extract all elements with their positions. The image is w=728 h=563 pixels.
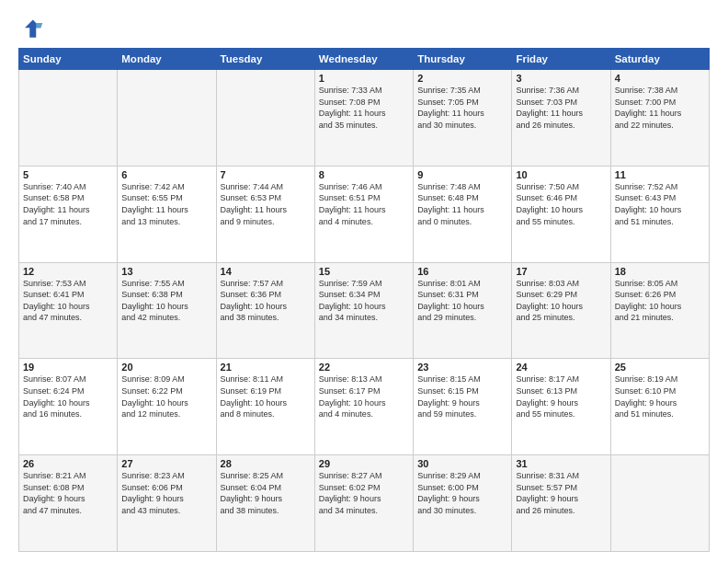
day-info: Sunrise: 8:01 AM Sunset: 6:31 PM Dayligh…: [417, 278, 507, 324]
day-info: Sunrise: 8:15 AM Sunset: 6:15 PM Dayligh…: [417, 373, 507, 419]
calendar-header-thursday: Thursday: [414, 49, 512, 70]
calendar-cell: 13Sunrise: 7:55 AM Sunset: 6:38 PM Dayli…: [118, 262, 216, 359]
day-info: Sunrise: 8:21 AM Sunset: 6:08 PM Dayligh…: [23, 470, 113, 516]
day-number: 8: [319, 169, 409, 180]
calendar-cell: [118, 70, 216, 167]
calendar-week-4: 19Sunrise: 8:07 AM Sunset: 6:24 PM Dayli…: [19, 359, 710, 455]
day-info: Sunrise: 7:48 AM Sunset: 6:48 PM Dayligh…: [417, 181, 507, 227]
calendar-cell: 1Sunrise: 7:33 AM Sunset: 7:08 PM Daylig…: [314, 70, 413, 167]
calendar-cell: 5Sunrise: 7:40 AM Sunset: 6:58 PM Daylig…: [19, 166, 118, 262]
day-number: 1: [319, 73, 409, 84]
day-info: Sunrise: 7:42 AM Sunset: 6:55 PM Dayligh…: [121, 181, 211, 227]
calendar-cell: 23Sunrise: 8:15 AM Sunset: 6:15 PM Dayli…: [414, 359, 512, 455]
calendar-cell: 29Sunrise: 8:27 AM Sunset: 6:02 PM Dayli…: [314, 455, 413, 552]
calendar-week-1: 1Sunrise: 7:33 AM Sunset: 7:08 PM Daylig…: [19, 70, 710, 167]
day-info: Sunrise: 7:35 AM Sunset: 7:05 PM Dayligh…: [417, 85, 507, 131]
calendar-week-5: 26Sunrise: 8:21 AM Sunset: 6:08 PM Dayli…: [19, 455, 710, 552]
calendar-cell: 20Sunrise: 8:09 AM Sunset: 6:22 PM Dayli…: [118, 359, 216, 455]
calendar-cell: 24Sunrise: 8:17 AM Sunset: 6:13 PM Dayli…: [512, 359, 610, 455]
day-info: Sunrise: 7:59 AM Sunset: 6:34 PM Dayligh…: [319, 278, 409, 324]
day-number: 25: [615, 362, 705, 373]
day-info: Sunrise: 8:05 AM Sunset: 6:26 PM Dayligh…: [615, 278, 705, 324]
calendar-header-sunday: Sunday: [19, 49, 118, 70]
calendar-cell: 16Sunrise: 8:01 AM Sunset: 6:31 PM Dayli…: [414, 262, 512, 359]
day-number: 11: [615, 169, 705, 180]
day-info: Sunrise: 8:25 AM Sunset: 6:04 PM Dayligh…: [221, 470, 311, 516]
day-info: Sunrise: 7:44 AM Sunset: 6:53 PM Dayligh…: [221, 181, 311, 227]
day-number: 6: [121, 169, 211, 180]
calendar-cell: 6Sunrise: 7:42 AM Sunset: 6:55 PM Daylig…: [118, 166, 216, 262]
calendar-cell: 17Sunrise: 8:03 AM Sunset: 6:29 PM Dayli…: [512, 262, 610, 359]
day-number: 15: [319, 266, 409, 277]
calendar-week-3: 12Sunrise: 7:53 AM Sunset: 6:41 PM Dayli…: [19, 262, 710, 359]
calendar-cell: 21Sunrise: 8:11 AM Sunset: 6:19 PM Dayli…: [216, 359, 314, 455]
day-number: 2: [417, 73, 507, 84]
calendar-cell: [19, 70, 118, 167]
calendar-cell: 7Sunrise: 7:44 AM Sunset: 6:53 PM Daylig…: [216, 166, 314, 262]
calendar-week-2: 5Sunrise: 7:40 AM Sunset: 6:58 PM Daylig…: [19, 166, 710, 262]
page: SundayMondayTuesdayWednesdayThursdayFrid…: [0, 0, 728, 563]
day-info: Sunrise: 8:07 AM Sunset: 6:24 PM Dayligh…: [23, 373, 113, 419]
day-info: Sunrise: 7:33 AM Sunset: 7:08 PM Dayligh…: [319, 85, 409, 131]
logo: [18, 17, 48, 42]
day-info: Sunrise: 7:52 AM Sunset: 6:43 PM Dayligh…: [615, 181, 705, 227]
day-info: Sunrise: 8:31 AM Sunset: 5:57 PM Dayligh…: [516, 470, 606, 516]
calendar-cell: 15Sunrise: 7:59 AM Sunset: 6:34 PM Dayli…: [314, 262, 413, 359]
day-number: 29: [319, 458, 409, 469]
day-number: 28: [221, 458, 311, 469]
calendar-cell: 11Sunrise: 7:52 AM Sunset: 6:43 PM Dayli…: [610, 166, 709, 262]
day-number: 31: [516, 458, 606, 469]
day-number: 21: [221, 362, 311, 373]
calendar-cell: 28Sunrise: 8:25 AM Sunset: 6:04 PM Dayli…: [216, 455, 314, 552]
day-info: Sunrise: 8:27 AM Sunset: 6:02 PM Dayligh…: [319, 470, 409, 516]
day-number: 23: [417, 362, 507, 373]
day-info: Sunrise: 8:09 AM Sunset: 6:22 PM Dayligh…: [121, 373, 211, 419]
calendar-cell: 2Sunrise: 7:35 AM Sunset: 7:05 PM Daylig…: [414, 70, 512, 167]
day-number: 17: [516, 266, 606, 277]
day-number: 13: [121, 266, 211, 277]
day-number: 26: [23, 458, 113, 469]
calendar-header-row: SundayMondayTuesdayWednesdayThursdayFrid…: [19, 49, 710, 70]
day-info: Sunrise: 7:40 AM Sunset: 6:58 PM Dayligh…: [23, 181, 113, 227]
calendar-cell: 22Sunrise: 8:13 AM Sunset: 6:17 PM Dayli…: [314, 359, 413, 455]
calendar-cell: 14Sunrise: 7:57 AM Sunset: 6:36 PM Dayli…: [216, 262, 314, 359]
day-number: 27: [121, 458, 211, 469]
day-info: Sunrise: 7:55 AM Sunset: 6:38 PM Dayligh…: [121, 278, 211, 324]
day-number: 9: [417, 169, 507, 180]
calendar-cell: 8Sunrise: 7:46 AM Sunset: 6:51 PM Daylig…: [314, 166, 413, 262]
day-number: 16: [417, 266, 507, 277]
calendar-cell: 3Sunrise: 7:36 AM Sunset: 7:03 PM Daylig…: [512, 70, 610, 167]
header: [18, 17, 710, 42]
calendar-cell: 19Sunrise: 8:07 AM Sunset: 6:24 PM Dayli…: [19, 359, 118, 455]
calendar-cell: 18Sunrise: 8:05 AM Sunset: 6:26 PM Dayli…: [610, 262, 709, 359]
calendar-cell: 25Sunrise: 8:19 AM Sunset: 6:10 PM Dayli…: [610, 359, 709, 455]
svg-marker-0: [25, 20, 41, 38]
day-info: Sunrise: 8:11 AM Sunset: 6:19 PM Dayligh…: [221, 373, 311, 419]
calendar-cell: 9Sunrise: 7:48 AM Sunset: 6:48 PM Daylig…: [414, 166, 512, 262]
calendar-header-monday: Monday: [118, 49, 216, 70]
day-number: 22: [319, 362, 409, 373]
day-info: Sunrise: 7:50 AM Sunset: 6:46 PM Dayligh…: [516, 181, 606, 227]
day-info: Sunrise: 7:36 AM Sunset: 7:03 PM Dayligh…: [516, 85, 606, 131]
day-number: 18: [615, 266, 705, 277]
calendar-header-tuesday: Tuesday: [216, 49, 314, 70]
day-number: 24: [516, 362, 606, 373]
day-info: Sunrise: 7:38 AM Sunset: 7:00 PM Dayligh…: [615, 85, 705, 131]
calendar-cell: 27Sunrise: 8:23 AM Sunset: 6:06 PM Dayli…: [118, 455, 216, 552]
calendar-header-friday: Friday: [512, 49, 610, 70]
calendar-cell: 12Sunrise: 7:53 AM Sunset: 6:41 PM Dayli…: [19, 262, 118, 359]
day-number: 10: [516, 169, 606, 180]
calendar-cell: [610, 455, 709, 552]
calendar-cell: 26Sunrise: 8:21 AM Sunset: 6:08 PM Dayli…: [19, 455, 118, 552]
day-number: 20: [121, 362, 211, 373]
day-number: 12: [23, 266, 113, 277]
calendar-cell: 10Sunrise: 7:50 AM Sunset: 6:46 PM Dayli…: [512, 166, 610, 262]
day-info: Sunrise: 7:46 AM Sunset: 6:51 PM Dayligh…: [319, 181, 409, 227]
calendar-cell: 31Sunrise: 8:31 AM Sunset: 5:57 PM Dayli…: [512, 455, 610, 552]
day-number: 30: [417, 458, 507, 469]
day-number: 14: [221, 266, 311, 277]
day-info: Sunrise: 8:03 AM Sunset: 6:29 PM Dayligh…: [516, 278, 606, 324]
day-info: Sunrise: 7:53 AM Sunset: 6:41 PM Dayligh…: [23, 278, 113, 324]
day-number: 7: [221, 169, 311, 180]
svg-marker-1: [36, 23, 42, 28]
